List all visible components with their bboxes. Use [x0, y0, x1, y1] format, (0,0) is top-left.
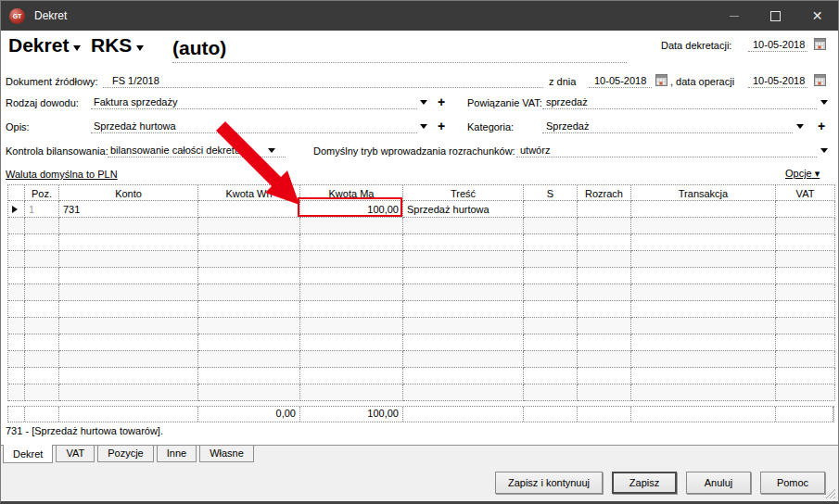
- grid-cell-konto[interactable]: [59, 368, 198, 384]
- grid-cell-vat[interactable]: [776, 301, 835, 318]
- grid-cell-marker[interactable]: [8, 284, 25, 301]
- grid-cell-rozrach[interactable]: [578, 234, 631, 251]
- grid-cell-tresc[interactable]: [403, 351, 524, 368]
- pomoc-button[interactable]: Pomoc: [760, 472, 825, 494]
- z-dnia-field[interactable]: 10-05-2018: [589, 74, 652, 88]
- rodzaj-dowodu-field[interactable]: Faktura sprzedaży: [91, 95, 417, 109]
- grid-cell-rozrach[interactable]: [578, 218, 631, 234]
- grid-cell-marker[interactable]: [8, 318, 25, 334]
- grid-cell-marker[interactable]: [8, 368, 25, 384]
- grid-cell-vat[interactable]: [776, 284, 835, 301]
- grid-cell-kwota-wn[interactable]: [198, 268, 300, 284]
- grid-cell-s[interactable]: [524, 251, 578, 268]
- grid-cell-kwota-ma[interactable]: [300, 251, 403, 268]
- grid-cell-transakcja[interactable]: [631, 268, 776, 284]
- grid-cell-kwota-ma[interactable]: [300, 284, 403, 301]
- calendar-icon[interactable]: [814, 38, 826, 50]
- grid-cell-transakcja[interactable]: [631, 384, 776, 401]
- waluta-link[interactable]: Waluta domyślna to PLN: [6, 169, 118, 180]
- grid-cell-marker[interactable]: [8, 218, 25, 234]
- calendar-icon[interactable]: [655, 74, 667, 86]
- tab-inne[interactable]: Inne: [157, 446, 197, 462]
- grid-cell-vat[interactable]: [776, 318, 835, 334]
- tab-w-asne[interactable]: Własne: [199, 446, 254, 462]
- grid-cell-s[interactable]: [524, 334, 578, 351]
- grid-cell-vat[interactable]: [776, 351, 835, 368]
- grid-cell-marker[interactable]: [8, 234, 25, 251]
- dropdown-arrow-icon[interactable]: [820, 100, 828, 105]
- grid-cell-tresc[interactable]: [403, 284, 524, 301]
- grid-cell-poz[interactable]: [25, 318, 59, 334]
- grid-cell-konto[interactable]: [59, 351, 198, 368]
- opcje-link[interactable]: Opcje ▾: [785, 168, 820, 180]
- tab-pozycje[interactable]: Pozycje: [97, 446, 154, 462]
- calendar-icon[interactable]: [814, 74, 826, 86]
- tryb-rozrachunkow-field[interactable]: utwórz: [516, 144, 817, 158]
- kategoria-field[interactable]: Sprzedaż: [542, 120, 793, 133]
- grid-cell-rozrach[interactable]: [578, 201, 631, 218]
- grid-cell-rozrach[interactable]: [578, 318, 631, 334]
- grid-cell-kwota-wn[interactable]: [198, 384, 300, 401]
- grid-cell-vat[interactable]: [776, 384, 835, 401]
- grid-cell-tresc[interactable]: [403, 301, 524, 318]
- grid-cell-vat[interactable]: [776, 218, 835, 234]
- add-opis-button[interactable]: +: [438, 120, 445, 132]
- grid-cell-kwota-wn[interactable]: [198, 334, 300, 351]
- dropdown-arrow-icon[interactable]: [796, 124, 804, 129]
- grid-cell-rozrach[interactable]: [578, 301, 631, 318]
- add-rodzaj-button[interactable]: +: [438, 95, 445, 108]
- grid-cell-marker[interactable]: [8, 384, 25, 401]
- grid-cell-poz[interactable]: [25, 284, 59, 301]
- grid-cell-kwota-ma[interactable]: [300, 351, 403, 368]
- grid-cell-konto[interactable]: [59, 268, 198, 284]
- add-kategoria-button[interactable]: +: [818, 120, 825, 132]
- grid-cell-kwota-wn[interactable]: [198, 301, 300, 318]
- grid-cell-kwota-ma[interactable]: [300, 301, 403, 318]
- grid-cell-tresc[interactable]: [403, 318, 524, 334]
- grid-cell-rozrach[interactable]: [578, 351, 631, 368]
- data-dekretacji-field[interactable]: 10-05-2018: [748, 38, 807, 52]
- grid-cell-konto[interactable]: [59, 334, 198, 351]
- tab-dekret[interactable]: Dekret: [3, 445, 53, 463]
- grid-cell-tresc[interactable]: Sprzedaż hurtowa: [403, 201, 524, 218]
- grid-cell-konto[interactable]: [59, 318, 198, 334]
- grid-cell-rozrach[interactable]: [578, 384, 631, 401]
- grid-cell-konto[interactable]: [59, 284, 198, 301]
- zapisz-button[interactable]: Zapisz: [612, 472, 677, 494]
- anuluj-button[interactable]: Anuluj: [686, 472, 751, 494]
- grid-cell-kwota-wn[interactable]: [198, 234, 300, 251]
- grid-cell-kwota-ma[interactable]: [300, 218, 403, 234]
- dekret-number-field[interactable]: (auto): [172, 35, 627, 63]
- grid-cell-kwota-wn[interactable]: [198, 351, 300, 368]
- maximize-button[interactable]: [755, 1, 796, 31]
- grid-cell-tresc[interactable]: [403, 334, 524, 351]
- grid-cell-s[interactable]: [524, 234, 578, 251]
- grid-cell-tresc[interactable]: [403, 251, 524, 268]
- grid-cell-vat[interactable]: [776, 268, 835, 284]
- grid-cell-transakcja[interactable]: [631, 318, 776, 334]
- grid-cell-kwota-ma[interactable]: [300, 318, 403, 334]
- menu-dekret[interactable]: Dekret: [8, 34, 81, 57]
- grid-cell-kwota-ma[interactable]: [300, 234, 403, 251]
- grid-cell-s[interactable]: [524, 384, 578, 401]
- grid-cell-poz[interactable]: [25, 368, 59, 384]
- tab-vat[interactable]: VAT: [56, 446, 95, 462]
- grid-cell-kwota-wn[interactable]: [198, 368, 300, 384]
- grid-cell-poz[interactable]: [25, 384, 59, 401]
- grid-cell-konto[interactable]: 731: [59, 201, 198, 218]
- grid-cell-transakcja[interactable]: [631, 234, 776, 251]
- grid-cell-kwota-ma[interactable]: [300, 368, 403, 384]
- zapisz-i-kontynuuj-button[interactable]: Zapisz i kontynuuj: [495, 472, 603, 494]
- close-button[interactable]: ✕: [796, 1, 838, 31]
- grid-cell-tresc[interactable]: [403, 384, 524, 401]
- data-operacji-field[interactable]: 10-05-2018: [748, 74, 807, 88]
- grid-cell-konto[interactable]: [59, 218, 198, 234]
- grid-cell-transakcja[interactable]: [631, 251, 776, 268]
- dropdown-arrow-icon[interactable]: [820, 148, 828, 153]
- grid-cell-s[interactable]: [524, 201, 578, 218]
- grid-cell-marker[interactable]: [8, 351, 25, 368]
- grid-cell-rozrach[interactable]: [578, 251, 631, 268]
- grid-cell-konto[interactable]: [59, 251, 198, 268]
- grid-cell-poz[interactable]: [25, 218, 59, 234]
- grid-cell-kwota-ma[interactable]: [300, 268, 403, 284]
